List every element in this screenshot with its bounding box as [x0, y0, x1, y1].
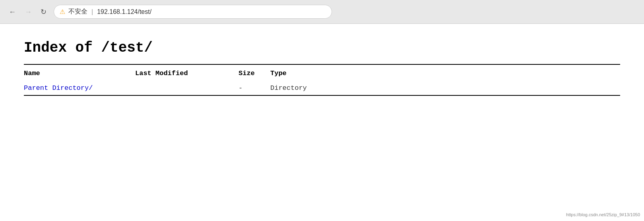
- nav-buttons: ← → ↻: [6, 7, 49, 17]
- page-content: Index of /test/ Name Last Modified Size …: [0, 24, 644, 221]
- type-cell: Directory: [270, 81, 620, 95]
- warning-label: 不安全: [68, 8, 87, 16]
- address-divider: |: [91, 8, 93, 16]
- page-title: Index of /test/: [24, 40, 620, 56]
- directory-table: Name Last Modified Size Type Parent Dire…: [24, 65, 620, 95]
- forward-button[interactable]: →: [22, 7, 34, 17]
- size-cell: -: [239, 81, 270, 95]
- warning-icon: ⚠: [60, 8, 65, 16]
- url-text: 192.168.1.124/test/: [97, 8, 151, 16]
- parent-directory-link[interactable]: Parent Directory/: [24, 84, 93, 92]
- reload-button[interactable]: ↻: [38, 7, 49, 17]
- watermark: https://blog.csdn.net/25zip_9#13/1050: [566, 212, 640, 217]
- col-header-modified: Last Modified: [135, 65, 239, 81]
- address-bar[interactable]: ⚠ 不安全 | 192.168.1.124/test/: [54, 5, 332, 19]
- last-modified-cell: [135, 81, 239, 95]
- col-header-size: Size: [239, 65, 270, 81]
- table-header-row: Name Last Modified Size Type: [24, 65, 620, 81]
- col-header-type: Type: [270, 65, 620, 81]
- browser-chrome: ← → ↻ ⚠ 不安全 | 192.168.1.124/test/: [0, 0, 644, 24]
- bottom-divider: [24, 95, 620, 96]
- back-button[interactable]: ←: [6, 7, 18, 17]
- col-header-name: Name: [24, 65, 135, 81]
- file-name-cell: Parent Directory/: [24, 81, 135, 95]
- table-row: Parent Directory/ - Directory: [24, 81, 620, 95]
